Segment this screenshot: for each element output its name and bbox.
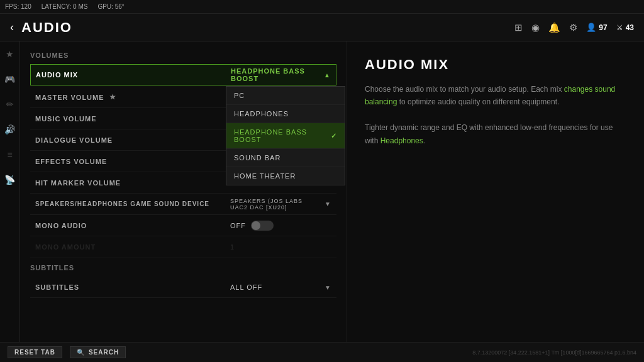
speakers-selected-value: SPEAKERS (JOS LABS UAC2 DAC [XU20] [230, 198, 331, 211]
bottombar: RESET TAB 🔍 SEARCH 8.7.13200072 [34.222.… [0, 342, 644, 362]
sidebar-icon-audio[interactable]: 🔊 [2, 122, 18, 137]
multiplayer-badge: ⚔ 43 [616, 23, 634, 32]
audio-mix-label: AUDIO MIX [31, 71, 226, 79]
subtitles-section: SUBTITLES SUBTITLES ALL OFF [30, 264, 336, 298]
multiplayer-icon: ⚔ [616, 23, 623, 32]
mono-amount-number: 1 [230, 243, 240, 251]
player-level: 97 [599, 23, 607, 32]
mono-audio-row[interactable]: MONO AUDIO OFF [30, 215, 336, 236]
hit-marker-volume-label: HIT MARKER VOLUME [30, 179, 225, 187]
sidebar-icon-menu[interactable]: ≡ [4, 147, 14, 162]
dropdown-item-home-theater[interactable]: HOME THEATER [226, 167, 345, 185]
sidebar-icon-controller[interactable]: 🎮 [2, 72, 18, 87]
topbar: FPS: 120 LATENCY: 0 MS GPU: 56° [0, 0, 644, 14]
search-button[interactable]: 🔍 SEARCH [70, 346, 126, 358]
subtitles-label: SUBTITLES [30, 283, 225, 291]
gpu-display: GPU: 56° [97, 3, 124, 10]
info-paragraph-1: Choose the audio mix to match your audio… [365, 83, 626, 109]
header-right: ⊞ ◉ 🔔 ⚙ 👤 97 ⚔ 43 [514, 22, 634, 33]
master-volume-label: MASTER VOLUME [30, 93, 225, 101]
mono-audio-label: MONO AUDIO [30, 222, 225, 229]
selected-checkmark [331, 132, 337, 140]
settings-icon[interactable]: ⚙ [569, 22, 577, 33]
search-icon: 🔍 [77, 349, 85, 356]
mono-audio-value: OFF [225, 221, 336, 231]
dropdown-item-headphones[interactable]: HEADPHONES [226, 105, 345, 123]
sidebar-icon-edit[interactable]: ✏ [4, 97, 16, 112]
multiplayer-count: 43 [626, 23, 634, 32]
sidebar: ★ 🎮 ✏ 🔊 ≡ 📡 [0, 41, 20, 342]
grid-icon[interactable]: ⊞ [514, 22, 523, 33]
subtitles-row[interactable]: SUBTITLES ALL OFF [30, 277, 336, 298]
dropdown-item-sound-bar[interactable]: SOUND BAR [226, 149, 345, 167]
settings-panel: VOLUMES AUDIO MIX HEADPHONE BASS BOOST P… [20, 41, 347, 342]
volumes-section-title: VOLUMES [30, 52, 336, 59]
dropdown-item-pc[interactable]: PC [226, 87, 345, 105]
dialogue-volume-label: DIALOGUE VOLUME [30, 136, 225, 144]
info-body: Choose the audio mix to match your audio… [365, 83, 626, 147]
audio-mix-value[interactable]: HEADPHONE BASS BOOST [226, 67, 336, 82]
page-title: AUDIO [21, 19, 72, 36]
subtitles-section-title: SUBTITLES [30, 264, 336, 272]
notification-icon[interactable]: 🔔 [548, 22, 560, 33]
sidebar-icon-network[interactable]: 📡 [2, 172, 18, 187]
fps-display: FPS: 120 [5, 3, 31, 10]
version-info: 8.7.13200072 [34.222.1581+1] Tm [1000[d]… [472, 349, 636, 356]
mono-audio-toggle[interactable] [251, 221, 274, 231]
mono-amount-slider-row: 1 [230, 243, 245, 251]
info-title: AUDIO MIX [365, 57, 626, 73]
audio-mix-row[interactable]: AUDIO MIX HEADPHONE BASS BOOST PC HEADPH… [30, 64, 336, 85]
toggle-knob [252, 221, 260, 230]
master-volume-star [109, 93, 116, 101]
mono-amount-row: MONO AMOUNT 1 [30, 236, 336, 258]
mono-amount-label: MONO AMOUNT [30, 243, 225, 251]
speakers-row[interactable]: SPEAKERS/HEADPHONES GAME SOUND DEVICE SP… [30, 194, 336, 215]
mono-audio-off-label: OFF [230, 222, 246, 229]
audio-mix-chevron-up [324, 71, 331, 79]
back-button[interactable]: ‹ [10, 21, 14, 34]
info-link-headphones[interactable]: Headphones [380, 136, 423, 145]
speakers-chevron [325, 200, 331, 207]
speakers-value[interactable]: SPEAKERS (JOS LABS UAC2 DAC [XU20] [225, 198, 336, 211]
header: ‹ AUDIO ⊞ ◉ 🔔 ⚙ 👤 97 ⚔ 43 [0, 14, 644, 41]
music-volume-label: MUSIC VOLUME [30, 115, 225, 123]
audio-mix-dropdown[interactable]: PC HEADPHONES HEADPHONE BASS BOOST SOUND… [226, 86, 345, 185]
info-paragraph-2: Tighter dynamic range and EQ with enhanc… [365, 121, 626, 147]
mono-amount-value: 1 [225, 243, 336, 251]
speakers-label: SPEAKERS/HEADPHONES GAME SOUND DEVICE [30, 200, 225, 207]
main-content: ★ 🎮 ✏ 🔊 ≡ 📡 VOLUMES AUDIO MIX HEADPHONE … [0, 41, 644, 342]
player-avatar: 👤 [586, 23, 596, 32]
header-left: ‹ AUDIO [10, 19, 72, 36]
effects-volume-label: EFFECTS VOLUME [30, 158, 225, 165]
latency-display: LATENCY: 0 MS [42, 3, 88, 10]
reset-tab-button[interactable]: RESET TAB [8, 346, 62, 358]
player-badge: 👤 97 [586, 23, 607, 32]
sidebar-icon-star[interactable]: ★ [3, 47, 16, 62]
headphone-icon[interactable]: ◉ [531, 22, 540, 33]
info-panel: AUDIO MIX Choose the audio mix to match … [347, 41, 644, 342]
bottombar-left: RESET TAB 🔍 SEARCH [8, 346, 126, 358]
subtitles-value[interactable]: ALL OFF [225, 283, 336, 291]
subtitles-chevron [325, 283, 331, 291]
mono-audio-toggle-container: OFF [230, 221, 274, 231]
dropdown-item-headphone-bass[interactable]: HEADPHONE BASS BOOST [226, 123, 345, 149]
